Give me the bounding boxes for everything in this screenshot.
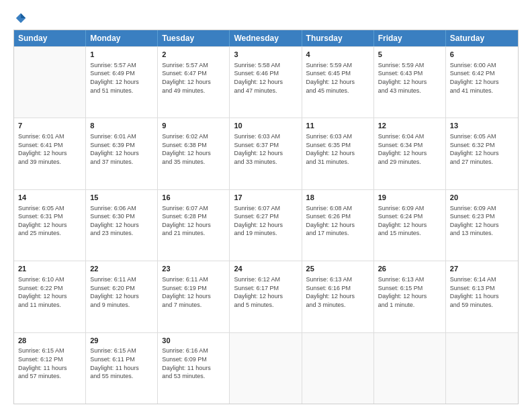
calendar-cell: 8Sunrise: 6:01 AMSunset: 6:39 PMDaylight…: [86, 118, 158, 189]
day-number: 10: [234, 121, 297, 131]
daylight-info: Sunrise: 5:59 AMSunset: 6:45 PMDaylight:…: [306, 61, 369, 95]
calendar-cell: 30Sunrise: 6:16 AMSunset: 6:09 PMDayligh…: [158, 333, 230, 404]
day-number: 15: [90, 193, 153, 203]
header-day-tuesday: Tuesday: [158, 30, 230, 46]
daylight-info: Sunrise: 6:15 AMSunset: 6:11 PMDaylight:…: [90, 347, 153, 380]
daylight-info: Sunrise: 6:13 AMSunset: 6:15 PMDaylight:…: [378, 275, 441, 309]
calendar-cell: 7Sunrise: 6:01 AMSunset: 6:41 PMDaylight…: [14, 118, 86, 189]
page: SundayMondayTuesdayWednesdayThursdayFrid…: [0, 0, 532, 411]
calendar-cell: 6Sunrise: 6:00 AMSunset: 6:42 PMDaylight…: [446, 47, 518, 118]
day-number: 20: [450, 193, 514, 203]
calendar-cell: 18Sunrise: 6:08 AMSunset: 6:26 PMDayligh…: [302, 190, 374, 261]
daylight-info: Sunrise: 5:58 AMSunset: 6:46 PMDaylight:…: [234, 61, 297, 95]
daylight-info: Sunrise: 6:07 AMSunset: 6:27 PMDaylight:…: [234, 204, 297, 238]
day-number: 27: [450, 264, 514, 274]
daylight-info: Sunrise: 6:14 AMSunset: 6:13 PMDaylight:…: [450, 275, 514, 309]
calendar-cell: 2Sunrise: 5:57 AMSunset: 6:47 PMDaylight…: [158, 47, 230, 118]
daylight-info: Sunrise: 6:01 AMSunset: 6:41 PMDaylight:…: [18, 132, 81, 166]
daylight-info: Sunrise: 6:16 AMSunset: 6:09 PMDaylight:…: [162, 347, 225, 380]
daylight-info: Sunrise: 6:10 AMSunset: 6:22 PMDaylight:…: [18, 275, 81, 309]
daylight-info: Sunrise: 6:13 AMSunset: 6:16 PMDaylight:…: [306, 275, 369, 309]
day-number: 7: [18, 121, 81, 131]
daylight-info: Sunrise: 6:03 AMSunset: 6:37 PMDaylight:…: [234, 132, 297, 166]
day-number: 26: [378, 264, 441, 274]
calendar-row-5: 28Sunrise: 6:15 AMSunset: 6:12 PMDayligh…: [14, 332, 518, 404]
daylight-info: Sunrise: 6:00 AMSunset: 6:42 PMDaylight:…: [450, 61, 514, 95]
calendar-row-2: 7Sunrise: 6:01 AMSunset: 6:41 PMDaylight…: [14, 118, 518, 189]
daylight-info: Sunrise: 5:57 AMSunset: 6:47 PMDaylight:…: [162, 61, 225, 95]
daylight-info: Sunrise: 6:09 AMSunset: 6:24 PMDaylight:…: [378, 204, 441, 238]
day-number: 2: [162, 50, 225, 60]
calendar: SundayMondayTuesdayWednesdayThursdayFrid…: [13, 30, 519, 404]
calendar-cell: 4Sunrise: 5:59 AMSunset: 6:45 PMDaylight…: [302, 47, 374, 118]
day-number: 6: [450, 50, 514, 60]
day-number: 11: [306, 121, 369, 131]
day-number: 19: [378, 193, 441, 203]
day-number: 5: [378, 50, 441, 60]
calendar-body: 1Sunrise: 5:57 AMSunset: 6:49 PMDaylight…: [14, 46, 518, 404]
calendar-cell: 5Sunrise: 5:59 AMSunset: 6:43 PMDaylight…: [374, 47, 446, 118]
calendar-row-3: 14Sunrise: 6:05 AMSunset: 6:31 PMDayligh…: [14, 189, 518, 261]
day-number: 25: [306, 264, 369, 274]
header: [13, 12, 519, 24]
calendar-cell: 29Sunrise: 6:15 AMSunset: 6:11 PMDayligh…: [86, 333, 158, 404]
header-day-sunday: Sunday: [14, 30, 86, 46]
day-number: 16: [162, 193, 225, 203]
daylight-info: Sunrise: 6:03 AMSunset: 6:35 PMDaylight:…: [306, 132, 369, 166]
daylight-info: Sunrise: 6:09 AMSunset: 6:23 PMDaylight:…: [450, 204, 514, 238]
calendar-row-1: 1Sunrise: 5:57 AMSunset: 6:49 PMDaylight…: [14, 46, 518, 118]
calendar-cell: 20Sunrise: 6:09 AMSunset: 6:23 PMDayligh…: [446, 190, 518, 261]
logo-icon: [15, 12, 27, 24]
calendar-cell: 27Sunrise: 6:14 AMSunset: 6:13 PMDayligh…: [446, 261, 518, 332]
daylight-info: Sunrise: 6:04 AMSunset: 6:34 PMDaylight:…: [378, 132, 441, 166]
day-number: 8: [90, 121, 153, 131]
calendar-header: SundayMondayTuesdayWednesdayThursdayFrid…: [14, 30, 518, 46]
daylight-info: Sunrise: 6:08 AMSunset: 6:26 PMDaylight:…: [306, 204, 369, 238]
calendar-cell: 25Sunrise: 6:13 AMSunset: 6:16 PMDayligh…: [302, 261, 374, 332]
calendar-cell: 1Sunrise: 5:57 AMSunset: 6:49 PMDaylight…: [86, 47, 158, 118]
daylight-info: Sunrise: 6:06 AMSunset: 6:30 PMDaylight:…: [90, 204, 153, 238]
svg-marker-1: [21, 13, 26, 18]
calendar-cell: 22Sunrise: 6:11 AMSunset: 6:20 PMDayligh…: [86, 261, 158, 332]
header-day-monday: Monday: [86, 30, 158, 46]
day-number: 30: [162, 336, 225, 346]
day-number: 18: [306, 193, 369, 203]
daylight-info: Sunrise: 6:11 AMSunset: 6:20 PMDaylight:…: [90, 275, 153, 309]
header-day-thursday: Thursday: [302, 30, 374, 46]
calendar-cell: 17Sunrise: 6:07 AMSunset: 6:27 PMDayligh…: [230, 190, 302, 261]
day-number: 12: [378, 121, 441, 131]
calendar-cell: 9Sunrise: 6:02 AMSunset: 6:38 PMDaylight…: [158, 118, 230, 189]
calendar-cell: [14, 47, 86, 118]
day-number: 1: [90, 50, 153, 60]
calendar-cell: 12Sunrise: 6:04 AMSunset: 6:34 PMDayligh…: [374, 118, 446, 189]
calendar-cell: 26Sunrise: 6:13 AMSunset: 6:15 PMDayligh…: [374, 261, 446, 332]
day-number: 21: [18, 264, 81, 274]
day-number: 14: [18, 193, 81, 203]
daylight-info: Sunrise: 6:12 AMSunset: 6:17 PMDaylight:…: [234, 275, 297, 309]
calendar-cell: [374, 333, 446, 404]
day-number: 24: [234, 264, 297, 274]
daylight-info: Sunrise: 6:15 AMSunset: 6:12 PMDaylight:…: [18, 347, 81, 380]
calendar-cell: 19Sunrise: 6:09 AMSunset: 6:24 PMDayligh…: [374, 190, 446, 261]
daylight-info: Sunrise: 6:07 AMSunset: 6:28 PMDaylight:…: [162, 204, 225, 238]
day-number: 23: [162, 264, 225, 274]
daylight-info: Sunrise: 6:11 AMSunset: 6:19 PMDaylight:…: [162, 275, 225, 309]
daylight-info: Sunrise: 5:59 AMSunset: 6:43 PMDaylight:…: [378, 61, 441, 95]
daylight-info: Sunrise: 6:05 AMSunset: 6:32 PMDaylight:…: [450, 132, 514, 166]
header-day-friday: Friday: [374, 30, 446, 46]
daylight-info: Sunrise: 5:57 AMSunset: 6:49 PMDaylight:…: [90, 61, 153, 95]
calendar-row-4: 21Sunrise: 6:10 AMSunset: 6:22 PMDayligh…: [14, 261, 518, 332]
calendar-cell: [446, 333, 518, 404]
header-day-saturday: Saturday: [446, 30, 518, 46]
calendar-cell: 21Sunrise: 6:10 AMSunset: 6:22 PMDayligh…: [14, 261, 86, 332]
daylight-info: Sunrise: 6:01 AMSunset: 6:39 PMDaylight:…: [90, 132, 153, 166]
day-number: 4: [306, 50, 369, 60]
calendar-cell: 3Sunrise: 5:58 AMSunset: 6:46 PMDaylight…: [230, 47, 302, 118]
daylight-info: Sunrise: 6:02 AMSunset: 6:38 PMDaylight:…: [162, 132, 225, 166]
day-number: 28: [18, 336, 81, 346]
calendar-cell: 14Sunrise: 6:05 AMSunset: 6:31 PMDayligh…: [14, 190, 86, 261]
calendar-cell: 10Sunrise: 6:03 AMSunset: 6:37 PMDayligh…: [230, 118, 302, 189]
calendar-cell: 24Sunrise: 6:12 AMSunset: 6:17 PMDayligh…: [230, 261, 302, 332]
day-number: 29: [90, 336, 153, 346]
calendar-cell: 16Sunrise: 6:07 AMSunset: 6:28 PMDayligh…: [158, 190, 230, 261]
